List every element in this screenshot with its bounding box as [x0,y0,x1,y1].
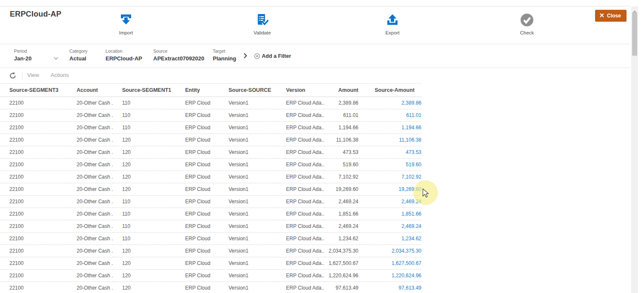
table-row[interactable]: 2210020-Other Cash ...120ERP CloudVersio… [0,270,421,282]
col-header-account[interactable]: Account [67,84,113,97]
cell-account: 20-Other Cash ... [67,97,113,109]
pov-period-value[interactable]: Jan-20 [14,55,58,62]
close-button[interactable]: Close [595,10,627,22]
cell-source-amount[interactable]: 97,613.49 [359,282,421,293]
table-row[interactable]: 2210020-Other Cash ...110ERP CloudVersio… [0,233,421,245]
pov-location-value[interactable]: ERPCloud-AP [106,55,142,62]
col-header-amount[interactable]: Amount [324,84,359,97]
data-load-workbench-window: ERPCloud-AP Import [0,6,630,293]
cell-source-amount[interactable]: 1,851.66 [359,208,421,220]
cell-version: ERP Cloud Ada... [277,171,324,183]
cell-account: 20-Other Cash ... [67,233,113,245]
cell-amount: 19,269.60 [324,183,359,196]
cell-seg3: 22100 [0,109,67,122]
cell-account: 20-Other Cash ... [67,208,113,220]
col-header-source-source[interactable]: Source-SOURCE [219,84,277,97]
pov-target-label: Target [213,48,236,54]
table-row[interactable]: 2210020-Other Cash ...110ERP CloudVersio… [0,208,421,220]
cell-account: 20-Other Cash ... [67,159,113,171]
table-row[interactable]: 2210020-Other Cash ...110ERP CloudVersio… [0,109,421,122]
cell-amount: 11,106.38 [324,134,359,146]
cell-account: 20-Other Cash ... [67,171,113,183]
close-label: Close [607,13,621,19]
cell-entity: ERP Cloud [176,257,219,270]
chevron-down-icon [54,57,58,60]
cell-source: Version1 [219,233,277,245]
cell-source-amount[interactable]: 2,469.24 [359,220,421,233]
cell-source-amount[interactable]: 519.60 [359,159,421,171]
cell-seg3: 22100 [0,122,67,134]
export-button[interactable]: Export [385,12,400,35]
cell-source-amount[interactable]: 19,269.60 [359,183,421,196]
cell-seg1: 120 [113,171,176,183]
col-header-source-segment3[interactable]: Source-SEGMENT3 [0,84,67,97]
table-row[interactable]: 2210020-Other Cash ...120ERP CloudVersio… [0,245,421,257]
cell-amount: 1,851.66 [324,208,359,220]
pov-category: Category Actual [69,48,88,62]
cell-seg1: 120 [113,270,176,282]
table-row[interactable]: 2210020-Other Cash ...120ERP CloudVersio… [0,159,421,171]
plus-circle-icon [254,53,260,59]
actions-menu[interactable]: Actions [51,72,69,78]
col-header-source-amount[interactable]: Source-Amount [359,84,421,97]
pov-target-value[interactable]: Planning [213,55,236,62]
chevron-right-icon[interactable] [243,53,247,60]
cell-entity: ERP Cloud [176,270,219,282]
cell-source-amount[interactable]: 1,220,624.96 [359,270,421,282]
view-menu[interactable]: View [27,72,39,78]
col-header-source-segment1[interactable]: Source-SEGMENT1 [113,84,176,97]
table-row[interactable]: 2210020-Other Cash ...120ERP CloudVersio… [0,183,421,196]
import-button[interactable]: Import [119,12,133,35]
table-row[interactable]: 2210020-Other Cash ...120ERP CloudVersio… [0,171,421,183]
table-row[interactable]: 2210020-Other Cash ...110ERP CloudVersio… [0,220,421,233]
cell-version: ERP Cloud Ada... [277,270,324,282]
cell-seg3: 22100 [0,220,67,233]
cell-source-amount[interactable]: 7,102.92 [359,171,421,183]
cell-source-amount[interactable]: 1,627,500.67 [359,257,421,270]
cell-entity: ERP Cloud [176,171,219,183]
cell-source-amount[interactable]: 611.01 [359,109,421,122]
import-icon [119,12,133,28]
refresh-button[interactable] [9,71,17,80]
validate-button[interactable]: Validate [254,12,271,35]
cell-source: Version1 [219,109,277,122]
cell-source-amount[interactable]: 2,389.86 [359,97,421,109]
scrollbar-thumb[interactable] [632,12,637,56]
check-button[interactable]: Check [519,12,535,35]
pov-location: Location ERPCloud-AP [106,48,142,62]
cell-source-amount[interactable]: 11,106.38 [359,134,421,146]
col-header-version[interactable]: Version [277,84,324,97]
col-header-entity[interactable]: Entity [176,84,219,97]
grid-toolbar: View Actions [0,68,630,83]
header: ERPCloud-AP Import [0,6,630,44]
cell-source-amount[interactable]: 2,034,375.30 [359,245,421,257]
table-row[interactable]: 2210020-Other Cash ...120ERP CloudVersio… [0,282,421,293]
cell-amount: 1,234.62 [324,233,359,245]
add-filter-button[interactable]: Add a Filter [254,53,291,59]
cell-source: Version1 [219,270,277,282]
pov-source-value[interactable]: APExtract07092020 [153,55,204,62]
cell-account: 20-Other Cash ... [67,220,113,233]
close-x-icon [600,13,604,19]
cell-seg3: 22100 [0,208,67,220]
page-title: ERPCloud-AP [10,10,61,19]
cell-source: Version1 [219,208,277,220]
table-row[interactable]: 2210020-Other Cash ...120ERP CloudVersio… [0,134,421,146]
cell-source-amount[interactable]: 1,194.66 [359,122,421,134]
cell-source-amount[interactable]: 2,469.24 [359,196,421,208]
table-row[interactable]: 2210020-Other Cash ...110ERP CloudVersio… [0,196,421,208]
table-row[interactable]: 2210020-Other Cash ...120ERP CloudVersio… [0,257,421,270]
cell-source-amount[interactable]: 473.53 [359,146,421,159]
cell-version: ERP Cloud Ada... [277,183,324,196]
export-icon [385,12,400,28]
pov-category-value[interactable]: Actual [69,55,88,62]
table-row[interactable]: 2210020-Other Cash ...120ERP CloudVersio… [0,146,421,159]
pov-period-label: Period [14,48,58,54]
cell-account: 20-Other Cash ... [67,282,113,293]
table-row[interactable]: 2210020-Other Cash ...110ERP CloudVersio… [0,97,421,109]
cell-source-amount[interactable]: 1,234.62 [359,233,421,245]
vertical-scrollbar [631,6,638,293]
table-row[interactable]: 2210020-Other Cash ...110ERP CloudVersio… [0,122,421,134]
cell-source: Version1 [219,257,277,270]
cell-entity: ERP Cloud [176,134,219,146]
